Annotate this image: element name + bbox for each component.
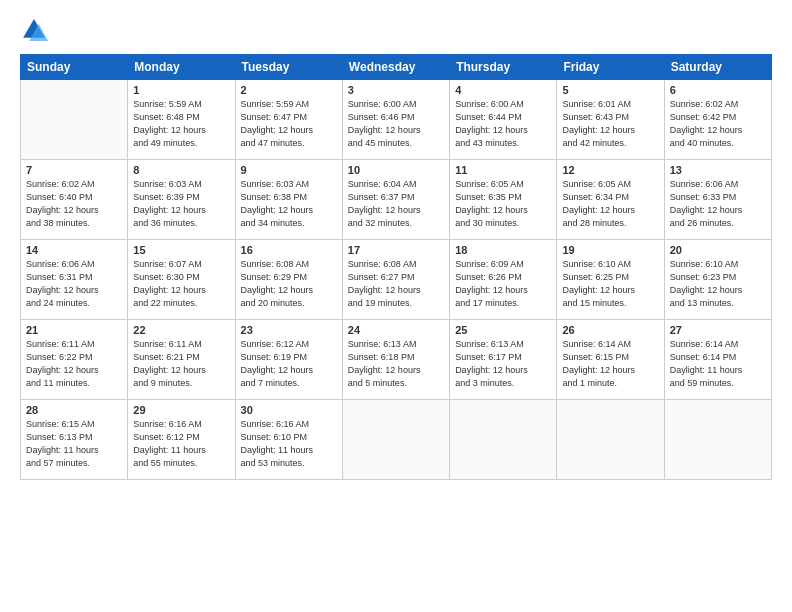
day-info: Sunrise: 6:10 AM Sunset: 6:23 PM Dayligh… xyxy=(670,258,766,310)
calendar-cell: 26Sunrise: 6:14 AM Sunset: 6:15 PM Dayli… xyxy=(557,320,664,400)
calendar-week-2: 14Sunrise: 6:06 AM Sunset: 6:31 PM Dayli… xyxy=(21,240,772,320)
calendar-cell: 19Sunrise: 6:10 AM Sunset: 6:25 PM Dayli… xyxy=(557,240,664,320)
day-info: Sunrise: 6:14 AM Sunset: 6:14 PM Dayligh… xyxy=(670,338,766,390)
day-number: 12 xyxy=(562,164,658,176)
calendar-cell: 15Sunrise: 6:07 AM Sunset: 6:30 PM Dayli… xyxy=(128,240,235,320)
calendar-cell: 1Sunrise: 5:59 AM Sunset: 6:48 PM Daylig… xyxy=(128,80,235,160)
calendar-cell: 18Sunrise: 6:09 AM Sunset: 6:26 PM Dayli… xyxy=(450,240,557,320)
calendar-header-row: SundayMondayTuesdayWednesdayThursdayFrid… xyxy=(21,55,772,80)
calendar-header-friday: Friday xyxy=(557,55,664,80)
page: SundayMondayTuesdayWednesdayThursdayFrid… xyxy=(0,0,792,612)
calendar-cell: 25Sunrise: 6:13 AM Sunset: 6:17 PM Dayli… xyxy=(450,320,557,400)
calendar-cell: 21Sunrise: 6:11 AM Sunset: 6:22 PM Dayli… xyxy=(21,320,128,400)
calendar-cell: 17Sunrise: 6:08 AM Sunset: 6:27 PM Dayli… xyxy=(342,240,449,320)
day-number: 26 xyxy=(562,324,658,336)
day-number: 21 xyxy=(26,324,122,336)
calendar-week-1: 7Sunrise: 6:02 AM Sunset: 6:40 PM Daylig… xyxy=(21,160,772,240)
day-info: Sunrise: 6:13 AM Sunset: 6:18 PM Dayligh… xyxy=(348,338,444,390)
day-info: Sunrise: 6:11 AM Sunset: 6:22 PM Dayligh… xyxy=(26,338,122,390)
calendar-cell: 29Sunrise: 6:16 AM Sunset: 6:12 PM Dayli… xyxy=(128,400,235,480)
calendar-cell: 5Sunrise: 6:01 AM Sunset: 6:43 PM Daylig… xyxy=(557,80,664,160)
calendar-cell xyxy=(342,400,449,480)
calendar-cell: 22Sunrise: 6:11 AM Sunset: 6:21 PM Dayli… xyxy=(128,320,235,400)
calendar-cell: 20Sunrise: 6:10 AM Sunset: 6:23 PM Dayli… xyxy=(664,240,771,320)
calendar-week-0: 1Sunrise: 5:59 AM Sunset: 6:48 PM Daylig… xyxy=(21,80,772,160)
day-info: Sunrise: 6:00 AM Sunset: 6:46 PM Dayligh… xyxy=(348,98,444,150)
calendar-cell: 4Sunrise: 6:00 AM Sunset: 6:44 PM Daylig… xyxy=(450,80,557,160)
day-info: Sunrise: 6:08 AM Sunset: 6:27 PM Dayligh… xyxy=(348,258,444,310)
calendar-header-wednesday: Wednesday xyxy=(342,55,449,80)
day-number: 19 xyxy=(562,244,658,256)
day-number: 14 xyxy=(26,244,122,256)
calendar-cell: 3Sunrise: 6:00 AM Sunset: 6:46 PM Daylig… xyxy=(342,80,449,160)
day-number: 3 xyxy=(348,84,444,96)
day-info: Sunrise: 6:09 AM Sunset: 6:26 PM Dayligh… xyxy=(455,258,551,310)
calendar-cell: 10Sunrise: 6:04 AM Sunset: 6:37 PM Dayli… xyxy=(342,160,449,240)
calendar-header-sunday: Sunday xyxy=(21,55,128,80)
day-number: 17 xyxy=(348,244,444,256)
day-number: 16 xyxy=(241,244,337,256)
calendar-cell xyxy=(557,400,664,480)
day-info: Sunrise: 5:59 AM Sunset: 6:47 PM Dayligh… xyxy=(241,98,337,150)
calendar-cell: 28Sunrise: 6:15 AM Sunset: 6:13 PM Dayli… xyxy=(21,400,128,480)
day-info: Sunrise: 6:01 AM Sunset: 6:43 PM Dayligh… xyxy=(562,98,658,150)
day-info: Sunrise: 6:02 AM Sunset: 6:40 PM Dayligh… xyxy=(26,178,122,230)
day-info: Sunrise: 6:12 AM Sunset: 6:19 PM Dayligh… xyxy=(241,338,337,390)
day-number: 11 xyxy=(455,164,551,176)
day-number: 6 xyxy=(670,84,766,96)
calendar-header-thursday: Thursday xyxy=(450,55,557,80)
calendar-cell: 6Sunrise: 6:02 AM Sunset: 6:42 PM Daylig… xyxy=(664,80,771,160)
day-info: Sunrise: 6:06 AM Sunset: 6:31 PM Dayligh… xyxy=(26,258,122,310)
day-number: 5 xyxy=(562,84,658,96)
day-info: Sunrise: 6:02 AM Sunset: 6:42 PM Dayligh… xyxy=(670,98,766,150)
day-info: Sunrise: 6:00 AM Sunset: 6:44 PM Dayligh… xyxy=(455,98,551,150)
day-info: Sunrise: 6:16 AM Sunset: 6:12 PM Dayligh… xyxy=(133,418,229,470)
day-number: 7 xyxy=(26,164,122,176)
calendar-cell: 24Sunrise: 6:13 AM Sunset: 6:18 PM Dayli… xyxy=(342,320,449,400)
day-info: Sunrise: 6:07 AM Sunset: 6:30 PM Dayligh… xyxy=(133,258,229,310)
calendar-table: SundayMondayTuesdayWednesdayThursdayFrid… xyxy=(20,54,772,480)
day-info: Sunrise: 6:03 AM Sunset: 6:38 PM Dayligh… xyxy=(241,178,337,230)
header xyxy=(20,16,772,44)
logo-icon xyxy=(20,16,48,44)
day-info: Sunrise: 6:06 AM Sunset: 6:33 PM Dayligh… xyxy=(670,178,766,230)
day-number: 28 xyxy=(26,404,122,416)
calendar-cell: 13Sunrise: 6:06 AM Sunset: 6:33 PM Dayli… xyxy=(664,160,771,240)
calendar-cell: 9Sunrise: 6:03 AM Sunset: 6:38 PM Daylig… xyxy=(235,160,342,240)
day-number: 30 xyxy=(241,404,337,416)
calendar-cell: 30Sunrise: 6:16 AM Sunset: 6:10 PM Dayli… xyxy=(235,400,342,480)
day-number: 20 xyxy=(670,244,766,256)
day-info: Sunrise: 5:59 AM Sunset: 6:48 PM Dayligh… xyxy=(133,98,229,150)
day-number: 10 xyxy=(348,164,444,176)
calendar-cell: 7Sunrise: 6:02 AM Sunset: 6:40 PM Daylig… xyxy=(21,160,128,240)
day-info: Sunrise: 6:03 AM Sunset: 6:39 PM Dayligh… xyxy=(133,178,229,230)
calendar-cell: 14Sunrise: 6:06 AM Sunset: 6:31 PM Dayli… xyxy=(21,240,128,320)
day-number: 29 xyxy=(133,404,229,416)
calendar-week-3: 21Sunrise: 6:11 AM Sunset: 6:22 PM Dayli… xyxy=(21,320,772,400)
calendar-cell: 16Sunrise: 6:08 AM Sunset: 6:29 PM Dayli… xyxy=(235,240,342,320)
day-info: Sunrise: 6:16 AM Sunset: 6:10 PM Dayligh… xyxy=(241,418,337,470)
calendar-cell: 12Sunrise: 6:05 AM Sunset: 6:34 PM Dayli… xyxy=(557,160,664,240)
day-number: 8 xyxy=(133,164,229,176)
day-number: 24 xyxy=(348,324,444,336)
day-info: Sunrise: 6:05 AM Sunset: 6:34 PM Dayligh… xyxy=(562,178,658,230)
calendar-cell: 8Sunrise: 6:03 AM Sunset: 6:39 PM Daylig… xyxy=(128,160,235,240)
logo xyxy=(20,16,52,44)
calendar-cell: 27Sunrise: 6:14 AM Sunset: 6:14 PM Dayli… xyxy=(664,320,771,400)
calendar-header-monday: Monday xyxy=(128,55,235,80)
day-number: 27 xyxy=(670,324,766,336)
day-number: 23 xyxy=(241,324,337,336)
day-number: 4 xyxy=(455,84,551,96)
day-number: 1 xyxy=(133,84,229,96)
calendar-cell xyxy=(450,400,557,480)
day-info: Sunrise: 6:10 AM Sunset: 6:25 PM Dayligh… xyxy=(562,258,658,310)
calendar-cell: 11Sunrise: 6:05 AM Sunset: 6:35 PM Dayli… xyxy=(450,160,557,240)
calendar-cell xyxy=(664,400,771,480)
day-info: Sunrise: 6:04 AM Sunset: 6:37 PM Dayligh… xyxy=(348,178,444,230)
calendar-cell: 2Sunrise: 5:59 AM Sunset: 6:47 PM Daylig… xyxy=(235,80,342,160)
day-number: 13 xyxy=(670,164,766,176)
calendar-week-4: 28Sunrise: 6:15 AM Sunset: 6:13 PM Dayli… xyxy=(21,400,772,480)
day-info: Sunrise: 6:11 AM Sunset: 6:21 PM Dayligh… xyxy=(133,338,229,390)
day-number: 25 xyxy=(455,324,551,336)
day-info: Sunrise: 6:15 AM Sunset: 6:13 PM Dayligh… xyxy=(26,418,122,470)
